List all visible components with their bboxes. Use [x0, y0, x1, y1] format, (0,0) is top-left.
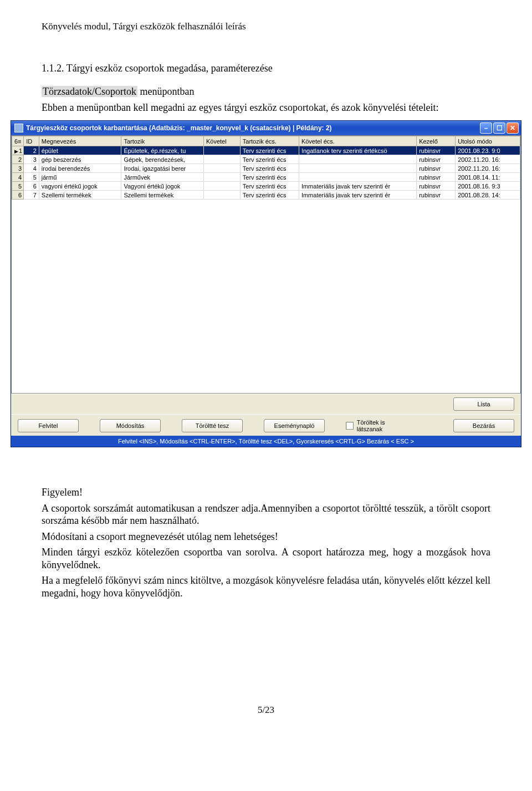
table-row[interactable]: 23gép beszerzésGépek, berendezések,Terv …	[12, 155, 520, 164]
table-cell[interactable]: Épületek, ép.részek, tu	[121, 146, 204, 155]
table-cell[interactable]: rubinsvr	[417, 191, 456, 200]
table-cell[interactable]: Vagyoni értékű jogok	[121, 182, 204, 191]
table-cell[interactable]: Terv szerinti écs	[240, 191, 299, 200]
statusbar: Felvitel <INS>, Módosítás <CTRL-ENTER>, …	[11, 436, 521, 447]
lista-button[interactable]: Lista	[453, 397, 514, 411]
grid-header[interactable]: Tartozik écs.	[240, 136, 299, 146]
table-cell[interactable]: Terv szerinti écs	[240, 164, 299, 173]
table-cell[interactable]: rubinsvr	[417, 173, 456, 182]
table-cell[interactable]: rubinsvr	[417, 146, 456, 155]
table-cell[interactable]: 3	[24, 155, 39, 164]
table-cell[interactable]	[203, 146, 240, 155]
titlebar[interactable]: Tárgyieszköz csoportok karbantartása (Ad…	[11, 121, 521, 135]
table-row[interactable]: 45járműJárművekTerv szerinti écsrubinsvr…	[12, 173, 520, 182]
grid-header[interactable]: Utolsó módo	[456, 136, 520, 146]
doc-header: Könyvelés modul, Tárgyi eszközök felhasz…	[42, 21, 490, 32]
table-cell[interactable]	[299, 155, 416, 164]
table-cell[interactable]: 2001.08.28. 14:	[456, 191, 520, 200]
table-cell[interactable]: rubinsvr	[417, 164, 456, 173]
checkbox-icon[interactable]	[346, 422, 354, 430]
table-cell[interactable]: Irodai, igazgatási berer	[121, 164, 204, 173]
bezaras-button[interactable]: Bezárás	[453, 419, 514, 432]
table-row[interactable]: 67Szellemi termékekSzellemi termékekTerv…	[12, 191, 520, 200]
grid-header-row: 6≡ ID Megnevezés Tartozik Követel Tartoz…	[12, 136, 520, 146]
secondary-button-row: Lista	[11, 394, 521, 414]
grid-header[interactable]: Megnevezés	[39, 136, 121, 146]
intro-text: Ebben a menüpontban kell megadni az egye…	[42, 101, 490, 114]
table-cell[interactable]: Ingatlanok terv szerinti értékcsö	[299, 146, 416, 155]
table-cell[interactable]: 4	[12, 173, 24, 182]
table-cell[interactable]: Szellemi termékek	[39, 191, 121, 200]
felvitel-button[interactable]: Felvitel	[18, 419, 79, 432]
window-title: Tárgyieszköz csoportok karbantartása (Ad…	[26, 124, 480, 132]
table-cell[interactable]: Immateriális javak terv szerinti ér	[299, 182, 416, 191]
app-icon	[14, 124, 23, 132]
table-cell[interactable]: 2001.08.16. 9:3	[456, 182, 520, 191]
table-cell[interactable]: 1	[12, 146, 24, 155]
section-heading: 1.1.2. Tárgyi eszköz csoportok megadása,…	[42, 63, 490, 74]
table-cell[interactable]	[203, 191, 240, 200]
table-row[interactable]: 12épületÉpületek, ép.részek, tuTerv szer…	[12, 146, 520, 155]
table-cell[interactable]: Szellemi termékek	[121, 191, 204, 200]
paragraph: Ha a megfelelő főkönyvi szám nincs kitöl…	[42, 574, 490, 599]
paragraph: Minden tárgyi eszköz kötelezően csoportb…	[42, 546, 490, 571]
paragraph: Módosítani a csoport megnevezését utólag…	[42, 530, 490, 543]
table-cell[interactable]	[299, 173, 416, 182]
grid-header[interactable]: Tartozik	[121, 136, 204, 146]
menu-path: Törzsadatok/Csoportok	[42, 86, 137, 97]
table-cell[interactable]: Terv szerinti écs	[240, 182, 299, 191]
table-cell[interactable]: 2	[12, 155, 24, 164]
table-cell[interactable]: irodai berendezés	[39, 164, 121, 173]
table-cell[interactable]: Terv szerinti écs	[240, 146, 299, 155]
table-cell[interactable]: jármű	[39, 173, 121, 182]
maximize-icon[interactable]: ☐	[493, 123, 505, 134]
table-cell[interactable]: 7	[24, 191, 39, 200]
grid-header[interactable]: ID	[24, 136, 39, 146]
table-cell[interactable]: rubinsvr	[417, 182, 456, 191]
table-cell[interactable]: 2002.11.20. 16:	[456, 155, 520, 164]
esemenynaplo-button[interactable]: Eseménynapló	[264, 419, 325, 432]
table-cell[interactable]: 4	[24, 164, 39, 173]
table-cell[interactable]: 2	[24, 146, 39, 155]
menu-path-line: Törzsadatok/Csoportok menüpontban	[42, 85, 490, 98]
table-row[interactable]: 56vagyoni értékű jogokVagyoni értékű jog…	[12, 182, 520, 191]
table-cell[interactable]: 3	[12, 164, 24, 173]
table-cell[interactable]: vagyoni értékű jogok	[39, 182, 121, 191]
grid-header[interactable]: Követel	[203, 136, 240, 146]
grid-header[interactable]: Kezelő	[417, 136, 456, 146]
menu-path-suffix: menüpontban	[137, 86, 194, 97]
data-grid[interactable]: 6≡ ID Megnevezés Tartozik Követel Tartoz…	[11, 135, 521, 394]
toroltek-label: Töröltek is látszanak	[357, 419, 411, 432]
main-button-row: Felvitel Módosítás Töröltté tesz Esemény…	[11, 414, 521, 436]
table-cell[interactable]	[299, 164, 416, 173]
table-cell[interactable]: 2002.11.20. 16:	[456, 164, 520, 173]
app-window: Tárgyieszköz csoportok karbantartása (Ad…	[11, 120, 521, 447]
table-cell[interactable]: rubinsvr	[417, 155, 456, 164]
table-cell[interactable]: Terv szerinti écs	[240, 173, 299, 182]
close-icon[interactable]: ✕	[507, 123, 519, 134]
table-row[interactable]: 34irodai berendezésIrodai, igazgatási be…	[12, 164, 520, 173]
table-cell[interactable]: gép beszerzés	[39, 155, 121, 164]
toroltte-button[interactable]: Töröltté tesz	[182, 419, 243, 432]
toroltek-checkbox[interactable]: Töröltek is látszanak	[346, 419, 411, 432]
table-cell[interactable]: 5	[24, 173, 39, 182]
table-cell[interactable]: 5	[12, 182, 24, 191]
grid-header-handle[interactable]: 6≡	[12, 136, 24, 146]
table-cell[interactable]	[203, 164, 240, 173]
modositas-button[interactable]: Módosítás	[100, 419, 161, 432]
minimize-icon[interactable]: –	[480, 123, 492, 134]
grid-header[interactable]: Követel écs.	[299, 136, 416, 146]
table-cell[interactable]: 6	[12, 191, 24, 200]
table-cell[interactable]	[203, 173, 240, 182]
table-cell[interactable]: Terv szerinti écs	[240, 155, 299, 164]
table-cell[interactable]: Immateriális javak terv szerinti ér	[299, 191, 416, 200]
table-cell[interactable]: 2001.08.14. 11:	[456, 173, 520, 182]
table-cell[interactable]: 2001.08.23. 9:0	[456, 146, 520, 155]
paragraph: A csoportok sorszámát automatikusan a re…	[42, 502, 490, 527]
table-cell[interactable]	[203, 182, 240, 191]
table-cell[interactable]: épület	[39, 146, 121, 155]
table-cell[interactable]: Gépek, berendezések,	[121, 155, 204, 164]
table-cell[interactable]: Járművek	[121, 173, 204, 182]
table-cell[interactable]: 6	[24, 182, 39, 191]
table-cell[interactable]	[203, 155, 240, 164]
